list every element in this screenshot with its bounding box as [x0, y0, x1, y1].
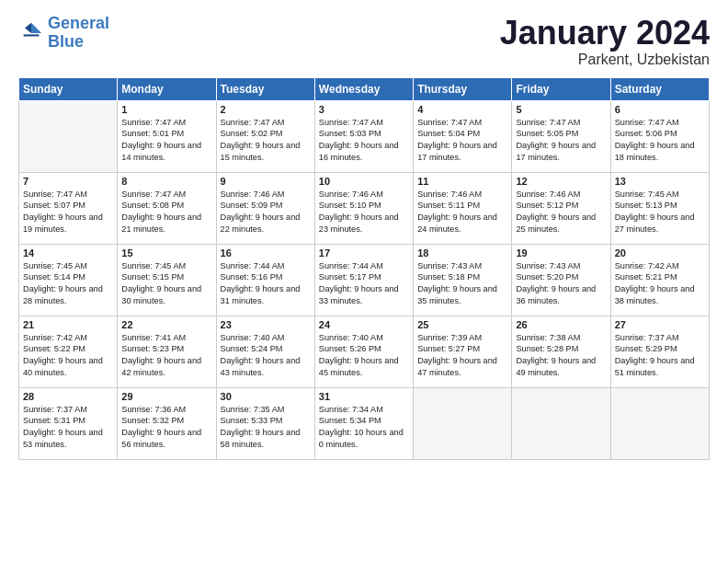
- logo-blue: Blue: [48, 32, 84, 51]
- sunset-label: Sunset: 5:18 PM: [417, 272, 480, 282]
- daylight-label: Daylight: 9 hours and 18 minutes.: [615, 141, 695, 162]
- day-info: Sunrise: 7:47 AMSunset: 5:03 PMDaylight:…: [319, 117, 409, 165]
- day-info: Sunrise: 7:37 AMSunset: 5:31 PMDaylight:…: [23, 404, 113, 452]
- header-tuesday: Tuesday: [216, 77, 314, 100]
- sunset-label: Sunset: 5:07 PM: [23, 201, 85, 210]
- day-info: Sunrise: 7:47 AMSunset: 5:01 PMDaylight:…: [121, 117, 211, 165]
- day-info: Sunrise: 7:44 AMSunset: 5:16 PMDaylight:…: [221, 260, 311, 308]
- sunset-label: Sunset: 5:27 PM: [417, 344, 480, 353]
- day-number: 21: [23, 319, 113, 330]
- daylight-label: Daylight: 9 hours and 56 minutes.: [121, 428, 201, 449]
- day-info: Sunrise: 7:40 AMSunset: 5:24 PMDaylight:…: [221, 332, 311, 380]
- calendar-cell: 26Sunrise: 7:38 AMSunset: 5:28 PMDayligh…: [512, 316, 610, 387]
- day-number: 8: [121, 176, 211, 187]
- daylight-label: Daylight: 9 hours and 25 minutes.: [516, 213, 596, 234]
- calendar-cell: 24Sunrise: 7:40 AMSunset: 5:26 PMDayligh…: [314, 316, 413, 387]
- sunset-label: Sunset: 5:02 PM: [221, 129, 283, 138]
- sunrise-label: Sunrise: 7:45 AM: [23, 261, 87, 270]
- calendar-cell: 16Sunrise: 7:44 AMSunset: 5:16 PMDayligh…: [216, 244, 314, 316]
- calendar-cell: 2Sunrise: 7:47 AMSunset: 5:02 PMDaylight…: [216, 100, 314, 172]
- sunset-label: Sunset: 5:06 PM: [615, 129, 677, 138]
- calendar-cell: 20Sunrise: 7:42 AMSunset: 5:21 PMDayligh…: [610, 244, 709, 316]
- sunset-label: Sunset: 5:13 PM: [615, 201, 677, 210]
- daylight-label: Daylight: 9 hours and 30 minutes.: [121, 284, 201, 305]
- sunrise-label: Sunrise: 7:47 AM: [221, 118, 285, 127]
- sunrise-label: Sunrise: 7:47 AM: [23, 190, 87, 199]
- header-sunday: Sunday: [19, 77, 118, 100]
- day-number: 16: [221, 247, 311, 259]
- day-info: Sunrise: 7:42 AMSunset: 5:22 PMDaylight:…: [23, 332, 113, 380]
- title-block: January 2024 Parkent, Uzbekistan: [500, 15, 710, 68]
- logo-general: General: [48, 14, 109, 32]
- sunrise-label: Sunrise: 7:44 AM: [221, 261, 285, 270]
- day-info: Sunrise: 7:46 AMSunset: 5:10 PMDaylight:…: [319, 189, 409, 236]
- day-info: Sunrise: 7:46 AMSunset: 5:09 PMDaylight:…: [221, 189, 311, 236]
- calendar-cell: [19, 100, 118, 172]
- calendar-cell: 12Sunrise: 7:46 AMSunset: 5:12 PMDayligh…: [512, 172, 610, 244]
- sunset-label: Sunset: 5:20 PM: [516, 272, 578, 282]
- day-number: 12: [516, 176, 606, 187]
- day-info: Sunrise: 7:41 AMSunset: 5:23 PMDaylight:…: [121, 332, 211, 380]
- sunrise-label: Sunrise: 7:46 AM: [319, 190, 383, 199]
- day-info: Sunrise: 7:40 AMSunset: 5:26 PMDaylight:…: [319, 332, 409, 380]
- day-number: 15: [121, 247, 211, 259]
- sunset-label: Sunset: 5:21 PM: [615, 272, 677, 282]
- sunrise-label: Sunrise: 7:42 AM: [615, 261, 679, 270]
- daylight-label: Daylight: 9 hours and 40 minutes.: [23, 356, 103, 377]
- daylight-label: Daylight: 9 hours and 14 minutes.: [121, 141, 201, 162]
- day-info: Sunrise: 7:36 AMSunset: 5:32 PMDaylight:…: [121, 404, 211, 452]
- day-number: 26: [516, 319, 606, 330]
- day-info: Sunrise: 7:35 AMSunset: 5:33 PMDaylight:…: [221, 404, 311, 452]
- day-number: 27: [615, 319, 705, 330]
- day-info: Sunrise: 7:45 AMSunset: 5:13 PMDaylight:…: [615, 189, 705, 236]
- sunset-label: Sunset: 5:32 PM: [121, 416, 184, 425]
- daylight-label: Daylight: 9 hours and 38 minutes.: [615, 284, 695, 305]
- header-monday: Monday: [118, 77, 216, 100]
- sunset-label: Sunset: 5:09 PM: [221, 201, 283, 210]
- calendar-cell: 22Sunrise: 7:41 AMSunset: 5:23 PMDayligh…: [118, 316, 216, 387]
- svg-marker-1: [25, 23, 31, 33]
- sunset-label: Sunset: 5:26 PM: [319, 344, 381, 353]
- sunset-label: Sunset: 5:10 PM: [319, 201, 381, 210]
- sunset-label: Sunset: 5:03 PM: [319, 129, 381, 138]
- calendar-cell: 19Sunrise: 7:43 AMSunset: 5:20 PMDayligh…: [512, 244, 610, 316]
- calendar-cell: 4Sunrise: 7:47 AMSunset: 5:04 PMDaylight…: [414, 100, 512, 172]
- day-info: Sunrise: 7:43 AMSunset: 5:20 PMDaylight:…: [516, 260, 606, 308]
- sunset-label: Sunset: 5:15 PM: [121, 272, 184, 282]
- day-info: Sunrise: 7:38 AMSunset: 5:28 PMDaylight:…: [516, 332, 606, 380]
- sunrise-label: Sunrise: 7:45 AM: [615, 190, 679, 199]
- calendar-cell: 18Sunrise: 7:43 AMSunset: 5:18 PMDayligh…: [414, 244, 512, 316]
- sunrise-label: Sunrise: 7:47 AM: [615, 118, 679, 127]
- sunset-label: Sunset: 5:28 PM: [516, 344, 578, 353]
- calendar-cell: 21Sunrise: 7:42 AMSunset: 5:22 PMDayligh…: [19, 316, 118, 387]
- sunset-label: Sunset: 5:29 PM: [615, 344, 677, 353]
- calendar-week-3: 14Sunrise: 7:45 AMSunset: 5:14 PMDayligh…: [19, 244, 710, 316]
- day-info: Sunrise: 7:45 AMSunset: 5:15 PMDaylight:…: [121, 260, 211, 308]
- sunrise-label: Sunrise: 7:46 AM: [516, 190, 580, 199]
- page-container: General Blue January 2024 Parkent, Uzbek…: [0, 0, 728, 469]
- day-number: 6: [615, 104, 705, 115]
- sunset-label: Sunset: 5:33 PM: [221, 416, 283, 425]
- calendar-cell: 17Sunrise: 7:44 AMSunset: 5:17 PMDayligh…: [314, 244, 413, 316]
- day-number: 14: [23, 247, 113, 259]
- calendar-cell: 28Sunrise: 7:37 AMSunset: 5:31 PMDayligh…: [19, 387, 118, 459]
- day-number: 29: [121, 391, 211, 402]
- day-number: 2: [221, 104, 311, 115]
- daylight-label: Daylight: 9 hours and 58 minutes.: [221, 428, 301, 449]
- day-number: 13: [615, 176, 705, 187]
- calendar-cell: [610, 387, 709, 459]
- daylight-label: Daylight: 9 hours and 51 minutes.: [615, 356, 695, 377]
- day-number: 4: [417, 104, 507, 115]
- sunset-label: Sunset: 5:16 PM: [221, 272, 283, 282]
- day-info: Sunrise: 7:42 AMSunset: 5:21 PMDaylight:…: [615, 260, 705, 308]
- calendar-cell: 11Sunrise: 7:46 AMSunset: 5:11 PMDayligh…: [414, 172, 512, 244]
- logo: General Blue: [18, 15, 109, 52]
- day-number: 31: [319, 391, 409, 402]
- day-number: 18: [417, 247, 507, 259]
- day-info: Sunrise: 7:46 AMSunset: 5:11 PMDaylight:…: [417, 189, 507, 236]
- logo-icon: [18, 20, 44, 46]
- day-number: 23: [221, 319, 311, 330]
- day-number: 30: [221, 391, 311, 402]
- calendar-cell: 14Sunrise: 7:45 AMSunset: 5:14 PMDayligh…: [19, 244, 118, 316]
- daylight-label: Daylight: 9 hours and 35 minutes.: [417, 284, 497, 305]
